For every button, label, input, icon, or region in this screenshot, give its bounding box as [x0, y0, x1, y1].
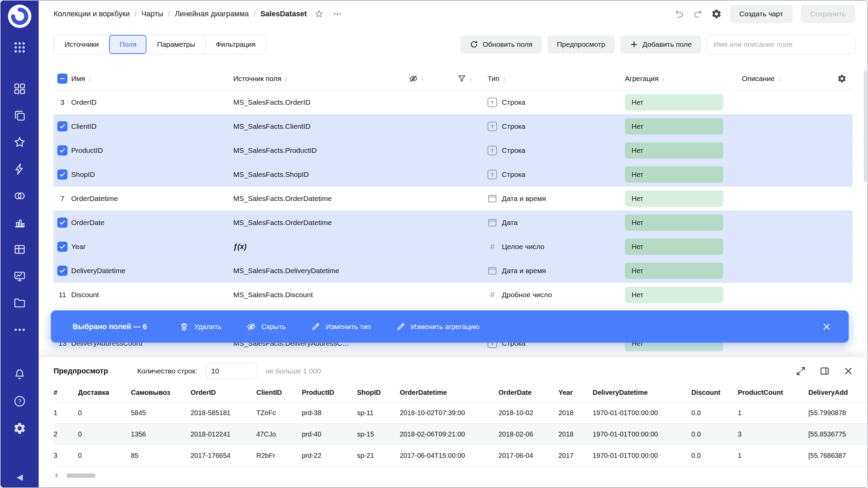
- datalens-logo-icon[interactable]: [7, 4, 32, 28]
- preview-column-header[interactable]: #: [54, 389, 78, 396]
- horizontal-scrollbar-thumb[interactable]: [66, 473, 96, 478]
- row-count-input[interactable]: [206, 363, 257, 379]
- more-ellipsis-icon[interactable]: [13, 323, 26, 337]
- change-type-button[interactable]: Изменить тип: [311, 322, 371, 331]
- presentations-monitor-icon[interactable]: [13, 269, 26, 283]
- breadcrumb-item[interactable]: SalesDataset: [260, 9, 307, 18]
- column-header-description[interactable]: Описание: [742, 75, 775, 83]
- sort-icon[interactable]: ↓: [469, 75, 473, 82]
- datasets-rings-icon[interactable]: [13, 189, 26, 203]
- help-icon[interactable]: ?: [13, 394, 26, 408]
- hidden-eye-off-icon[interactable]: [409, 74, 418, 83]
- aggregation-badge[interactable]: Нет: [625, 142, 723, 159]
- row-checkbox[interactable]: [57, 145, 67, 156]
- preview-column-header[interactable]: Доставка: [78, 389, 131, 396]
- add-field-button[interactable]: Добавить поле: [620, 35, 701, 54]
- preview-column-header[interactable]: OrderID: [191, 389, 256, 396]
- column-header-source[interactable]: Источник поля: [233, 75, 281, 83]
- breadcrumb-item[interactable]: Коллекции и воркбуки: [54, 9, 130, 18]
- row-checkbox[interactable]: [57, 266, 67, 276]
- aggregation-badge[interactable]: Нет: [625, 166, 723, 183]
- aggregation-badge[interactable]: Нет: [625, 94, 723, 110]
- dataset-settings-gear-icon[interactable]: [711, 8, 722, 19]
- connections-bolt-icon[interactable]: [13, 162, 26, 176]
- preview-column-header[interactable]: DeliveryAdd: [808, 389, 867, 396]
- files-folder-icon[interactable]: [13, 296, 26, 310]
- column-header-name[interactable]: Имя: [71, 75, 85, 83]
- table-row[interactable]: Year ƒ(x) Целое число Нет: [54, 235, 852, 259]
- settings-gear-icon[interactable]: [13, 422, 26, 435]
- favorites-star-icon[interactable]: [13, 136, 26, 149]
- notifications-bell-icon[interactable]: [13, 367, 26, 381]
- collections-icon[interactable]: [13, 82, 26, 96]
- row-checkbox[interactable]: [57, 169, 67, 180]
- row-checkbox[interactable]: [57, 242, 67, 252]
- preview-column-header[interactable]: ClientID: [256, 389, 302, 396]
- dashboards-table-icon[interactable]: [13, 243, 26, 256]
- aggregation-badge[interactable]: Нет: [625, 239, 723, 255]
- table-row[interactable]: 11 Discount MS_SalesFacts.Discount Дробн…: [54, 283, 852, 307]
- aggregation-badge[interactable]: Нет: [625, 215, 723, 231]
- preview-column-header[interactable]: ShopID: [357, 389, 400, 396]
- preview-column-header[interactable]: Year: [558, 389, 593, 396]
- tab[interactable]: Поля: [109, 35, 146, 54]
- aggregation-badge[interactable]: Нет: [625, 287, 723, 303]
- change-aggregation-button[interactable]: Изменить агрегацию: [396, 322, 479, 331]
- breadcrumb-item[interactable]: Линейная диаграмма: [175, 9, 249, 18]
- table-row[interactable]: OrderDate MS_SalesFacts.OrderDatetime Да…: [54, 211, 852, 235]
- preview-column-header[interactable]: ProductID: [302, 389, 357, 396]
- table-settings-gear-icon[interactable]: [837, 74, 847, 83]
- table-row[interactable]: DeliveryDatetime MS_SalesFacts.DeliveryD…: [54, 259, 852, 283]
- redo-icon[interactable]: [693, 9, 703, 19]
- column-header-type[interactable]: Тип: [488, 75, 499, 83]
- hide-button[interactable]: Скрыть: [246, 322, 286, 331]
- tab[interactable]: Источники: [54, 35, 109, 54]
- refresh-fields-button[interactable]: Обновить поля: [460, 35, 542, 54]
- table-row[interactable]: ProductID MS_SalesFacts.ProductID Строка…: [54, 139, 852, 163]
- field-search-input[interactable]: [707, 35, 855, 54]
- sort-icon[interactable]: ↓: [662, 75, 665, 82]
- sort-icon[interactable]: ↓: [285, 75, 288, 82]
- vertical-scrollbar-thumb[interactable]: [864, 70, 867, 182]
- apps-grid-icon[interactable]: [13, 41, 26, 54]
- workbooks-icon[interactable]: [13, 109, 26, 122]
- tab[interactable]: Параметры: [146, 35, 205, 54]
- delete-button[interactable]: Удалить: [179, 322, 221, 331]
- preview-button[interactable]: Предпросмотр: [547, 35, 614, 54]
- create-chart-button[interactable]: Создать чарт: [730, 5, 793, 23]
- favorite-star-icon[interactable]: [314, 9, 324, 19]
- table-row[interactable]: 7 OrderDatetime MS_SalesFacts.OrderDatet…: [54, 187, 852, 211]
- preview-column-header[interactable]: OrderDate: [498, 389, 558, 396]
- undo-icon[interactable]: [674, 9, 685, 19]
- save-button[interactable]: Сохранить: [801, 5, 855, 23]
- charts-icon[interactable]: [13, 216, 26, 229]
- preview-column-header[interactable]: DeliveryDatetime: [593, 389, 691, 396]
- column-header-aggregation[interactable]: Агрегация: [625, 75, 658, 83]
- close-icon[interactable]: [822, 322, 832, 332]
- preview-column-header[interactable]: Самовывоз: [131, 389, 191, 396]
- expand-icon[interactable]: [795, 366, 806, 377]
- preview-column-header[interactable]: Discount: [691, 389, 738, 396]
- select-all-checkbox[interactable]: [57, 74, 67, 84]
- filter-funnel-icon[interactable]: [457, 74, 467, 83]
- aggregation-badge[interactable]: Нет: [625, 263, 723, 279]
- breadcrumb-item[interactable]: Чарты: [141, 9, 163, 18]
- preview-column-header[interactable]: OrderDatetime: [400, 389, 498, 396]
- row-checkbox[interactable]: [57, 218, 67, 228]
- aggregation-badge[interactable]: Нет: [625, 190, 723, 207]
- preview-column-header[interactable]: ProductCount: [738, 389, 808, 396]
- more-actions-icon[interactable]: [333, 9, 342, 19]
- sort-icon[interactable]: ↓: [778, 75, 782, 82]
- row-checkbox[interactable]: [57, 121, 67, 131]
- table-row[interactable]: ShopID MS_SalesFacts.ShopID Строка Нет: [54, 163, 852, 187]
- sort-icon[interactable]: ↓: [503, 75, 506, 82]
- collapse-sidebar-icon[interactable]: ◀: [17, 472, 23, 482]
- dock-panel-icon[interactable]: [819, 366, 830, 377]
- tab[interactable]: Фильтрация: [205, 35, 265, 54]
- close-icon[interactable]: [843, 366, 854, 377]
- table-row[interactable]: 3 OrderID MS_SalesFacts.OrderID Строка: [54, 90, 852, 115]
- table-row[interactable]: ClientID MS_SalesFacts.ClientID Строка Н…: [54, 115, 852, 139]
- scroll-left-icon[interactable]: [53, 472, 60, 479]
- aggregation-badge[interactable]: Нет: [625, 118, 723, 135]
- sort-icon[interactable]: ↓: [421, 75, 424, 82]
